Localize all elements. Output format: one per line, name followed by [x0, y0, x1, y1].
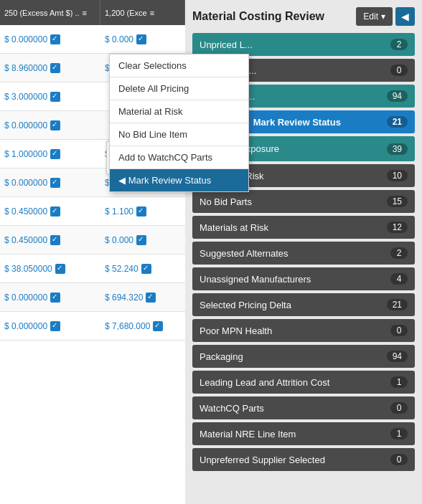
checkbox-checked[interactable]: [50, 293, 60, 303]
table-cell-col1: $ 0.000000: [0, 111, 100, 139]
col1-sort-icon[interactable]: ≡: [83, 9, 87, 17]
table-cell-col2: $ 694.320: [100, 283, 185, 311]
table-cell-col1: $ 0.000000: [0, 312, 100, 340]
dropdown-menu: Clear SelectionsDelete All PricingMateri…: [109, 54, 249, 192]
filter-count: 0: [390, 402, 408, 414]
mark-review-label: Mark Review Status: [253, 117, 341, 128]
dropdown-item-no-bid-line-item[interactable]: No Bid Line Item: [110, 123, 248, 146]
checkbox-checked[interactable]: [50, 149, 60, 159]
table-row: $ 0.000000 $ 0.000: [0, 25, 185, 54]
table-header: 250 (Excess Amt $) .. ≡ 1,200 (Exce ≡: [0, 0, 185, 25]
filter-label: Selected Pricing Delta: [200, 300, 291, 310]
back-button[interactable]: ◀: [395, 7, 415, 26]
filter-count: 1: [390, 428, 408, 439]
checkbox-checked[interactable]: [136, 235, 146, 245]
filter-count: 0: [390, 454, 408, 465]
filter-label: WatchCQ Parts: [200, 403, 264, 414]
dropdown-item-add-to-watchcq-parts[interactable]: Add to WatchCQ Parts: [110, 146, 248, 168]
col2-header: 1,200 (Exce ≡: [100, 0, 185, 25]
filter-count: 94: [387, 90, 408, 102]
filter-item[interactable]: Poor MPN Health 0: [192, 319, 415, 342]
filter-label: Unpriced L...: [200, 39, 253, 50]
checkbox-checked[interactable]: [50, 34, 60, 44]
table-cell-col2: $ 52.240: [100, 255, 185, 282]
filter-item[interactable]: Material NRE Line Item 1: [192, 422, 415, 445]
dropdown-item-mark-review-status[interactable]: ◀ Mark Review Status: [110, 168, 248, 191]
filter-item[interactable]: Unpreferred Supplier Selected 0: [192, 448, 415, 471]
checkbox-checked[interactable]: [50, 178, 60, 188]
table-cell-col1: $ 0.000000: [0, 168, 100, 196]
header-buttons: Edit ▾ ◀: [356, 7, 415, 26]
table-row: $ 0.000000 $ 7,680.000: [0, 312, 185, 341]
filter-label: No Bid Parts: [200, 196, 252, 207]
table-cell-col2: $ 0.000: [100, 25, 185, 53]
right-header: Material Costing Review Edit ▾ ◀: [185, 0, 422, 33]
filter-count: 2: [390, 39, 408, 50]
checkbox-checked[interactable]: [136, 34, 146, 44]
filter-label: Packaging: [200, 351, 243, 362]
filter-count: 0: [390, 325, 408, 336]
chevron-down-icon: ▾: [381, 11, 385, 22]
table-cell-col1: $ 8.960000: [0, 54, 100, 82]
checkbox-checked[interactable]: [50, 235, 60, 245]
table-cell-col1: $ 3.000000: [0, 82, 100, 110]
filter-item[interactable]: WatchCQ Parts 0: [192, 396, 415, 419]
checkbox-checked[interactable]: [55, 264, 65, 274]
filter-count: 4: [390, 273, 408, 285]
edit-button[interactable]: Edit ▾: [356, 7, 393, 26]
checkbox-checked[interactable]: [50, 120, 60, 130]
filter-label: Suggested Alternates: [200, 248, 289, 259]
checkbox-checked[interactable]: [50, 63, 60, 73]
arrow-icon: ◀: [118, 175, 128, 186]
checkbox-checked[interactable]: [50, 92, 60, 102]
filter-count: 10: [387, 170, 408, 181]
filter-label: Leading Lead and Attrition Cost: [200, 377, 329, 388]
table-row: $ 0.450000 $ 0.000: [0, 226, 185, 255]
table-cell-col2: $ 7,680.000: [100, 312, 185, 340]
col2-sort-icon[interactable]: ≡: [150, 9, 154, 17]
filter-item[interactable]: No Bid Parts 15: [192, 190, 415, 213]
filter-count: 39: [387, 143, 408, 155]
filter-label: Poor MPN Health: [200, 325, 272, 336]
table-cell-col1: $ 0.450000: [0, 197, 100, 225]
filter-count: 2: [390, 247, 408, 259]
table-row: $ 0.000000 $ 694.320: [0, 283, 185, 312]
filter-item[interactable]: Suggested Alternates 2: [192, 242, 415, 265]
table-cell-col1: $ 0.000000: [0, 25, 100, 53]
dropdown-item-material-at-risk[interactable]: Material at Risk: [110, 100, 248, 123]
table-cell-col1: $ 1.000000: [0, 140, 100, 168]
checkbox-checked[interactable]: [153, 321, 163, 331]
filter-label: Unpreferred Supplier Selected: [200, 455, 325, 465]
filter-item[interactable]: Packaging 94: [192, 345, 415, 368]
table-row: $ 0.450000 $ 1.100: [0, 197, 185, 226]
dropdown-item-clear-selections[interactable]: Clear Selections: [110, 54, 248, 77]
filter-count: 94: [387, 351, 408, 362]
panel-title: Material Costing Review: [192, 10, 324, 23]
filter-count: 12: [387, 222, 408, 233]
table-cell-col2: $ 1.100: [100, 197, 185, 225]
dropdown-items-container: Clear SelectionsDelete All PricingMateri…: [110, 54, 248, 191]
table-cell-col2: $ 0.000: [100, 226, 185, 254]
filter-item[interactable]: Leading Lead and Attrition Cost 1: [192, 371, 415, 394]
filter-count: 15: [387, 196, 408, 207]
filter-item[interactable]: Materials at Risk 12: [192, 216, 415, 239]
mark-review-count: 21: [387, 116, 408, 128]
checkbox-checked[interactable]: [136, 206, 146, 217]
table-cell-col1: $ 0.000000: [0, 283, 100, 311]
checkbox-checked[interactable]: [50, 206, 60, 217]
filter-count: 21: [387, 299, 408, 310]
filter-label: Materials at Risk: [200, 222, 268, 233]
filter-label: Material NRE Line Item: [200, 429, 296, 439]
table-row: $ 38.050000 $ 52.240: [0, 255, 185, 283]
filter-count: 1: [390, 376, 408, 388]
filter-count: 0: [390, 65, 408, 76]
filter-item[interactable]: Unpriced L... 2: [192, 33, 415, 56]
checkbox-checked[interactable]: [146, 293, 156, 303]
dropdown-item-delete-all-pricing[interactable]: Delete All Pricing: [110, 77, 248, 100]
checkbox-checked[interactable]: [50, 321, 60, 331]
table-cell-col1: $ 0.450000: [0, 226, 100, 254]
col1-header: 250 (Excess Amt $) .. ≡: [0, 0, 100, 25]
filter-item[interactable]: Selected Pricing Delta 21: [192, 293, 415, 316]
filter-item[interactable]: Unassigned Manufacturers 4: [192, 267, 415, 290]
checkbox-checked[interactable]: [141, 264, 151, 274]
